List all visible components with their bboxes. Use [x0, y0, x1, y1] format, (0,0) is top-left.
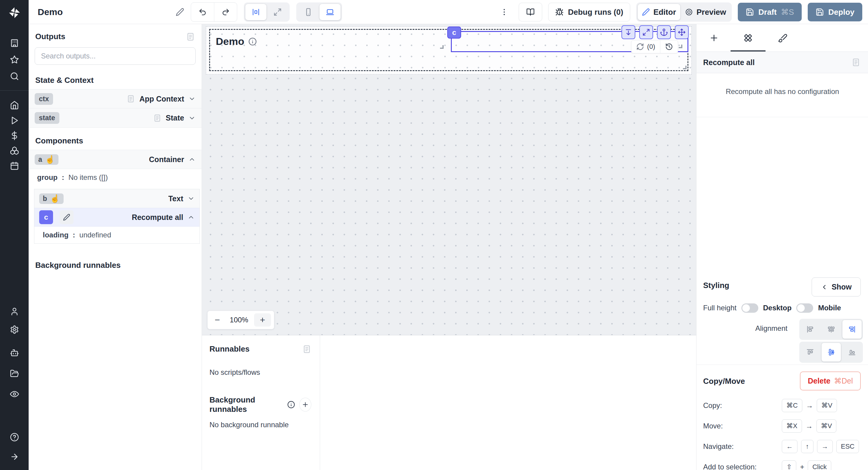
navigate-shortcut-row: Navigate: ← ↑ → ESC — [703, 438, 863, 455]
chevron-up-icon[interactable] — [187, 214, 195, 221]
add-background-runnable-button[interactable] — [299, 398, 311, 412]
desktop-view-button[interactable] — [319, 4, 341, 20]
component-b-badge[interactable]: b ☝ — [39, 193, 64, 204]
debug-runs-button[interactable]: Debug runs (0) — [548, 3, 630, 21]
theme-tab[interactable] — [765, 24, 800, 52]
mobile-label: Mobile — [818, 304, 841, 312]
move-component-button[interactable] — [675, 25, 689, 39]
arrow-down-from-line-icon — [624, 28, 632, 36]
users-icon[interactable] — [0, 304, 29, 319]
desktop-toggle[interactable] — [796, 303, 813, 313]
component-c-badge[interactable]: c — [39, 210, 53, 224]
runnables-panel: Runnables No scripts/flows Background ru… — [202, 335, 696, 470]
folders-icon[interactable] — [0, 366, 29, 381]
component-c-tab[interactable]: c — [447, 27, 461, 38]
history-button[interactable] — [660, 40, 678, 53]
component-a-badge[interactable]: a ☝ — [35, 154, 59, 165]
laptop-icon — [326, 8, 334, 16]
device-toggle-group — [296, 2, 342, 22]
component-c-row[interactable]: c Recompute all — [34, 208, 199, 226]
zoom-out-button[interactable]: − — [211, 313, 224, 326]
fill-height-button[interactable] — [621, 25, 635, 39]
windmill-logo[interactable] — [0, 0, 29, 25]
refresh-status[interactable]: (0) — [631, 40, 660, 53]
favorites-icon[interactable] — [0, 52, 29, 67]
full-width-layout-button[interactable] — [267, 4, 288, 20]
book-icon — [526, 8, 535, 16]
insert-component-tab[interactable] — [696, 24, 732, 52]
refresh-icon — [636, 43, 644, 51]
workspace-icon[interactable] — [0, 35, 29, 51]
info-icon[interactable] — [287, 401, 295, 409]
full-height-toggle[interactable] — [741, 303, 758, 313]
format-json-icon[interactable] — [186, 32, 195, 41]
edit-component-pencil-icon[interactable] — [60, 210, 73, 224]
align-bottom-button[interactable] — [842, 343, 862, 362]
state-type-label: State — [166, 114, 184, 122]
align-top-button[interactable] — [801, 343, 820, 362]
editor-tab[interactable]: Editor — [638, 4, 680, 20]
alignment-label: Alignment — [755, 324, 787, 333]
component-b-row[interactable]: b ☝ Text — [34, 189, 199, 208]
schedules-icon[interactable] — [0, 158, 29, 174]
collapse-sidebar-icon[interactable] — [0, 449, 29, 465]
align-middle-button[interactable] — [822, 343, 841, 362]
search-outputs-input[interactable] — [35, 47, 195, 65]
redo-button[interactable] — [214, 3, 237, 21]
kebab-menu-icon[interactable] — [500, 8, 508, 16]
chevron-down-icon[interactable] — [188, 115, 195, 122]
topbar-center-tools — [176, 0, 342, 24]
state-context-title: State & Context — [29, 67, 202, 89]
search-icon[interactable] — [0, 68, 29, 84]
anchor-component-button[interactable] — [657, 25, 671, 39]
component-settings-tab[interactable] — [731, 24, 766, 52]
chevron-down-icon[interactable] — [188, 95, 195, 102]
expand-component-button[interactable] — [639, 25, 653, 39]
component-a-row[interactable]: a ☝ Container — [29, 150, 202, 169]
mobile-view-button[interactable] — [298, 4, 319, 20]
resize-handle[interactable] — [679, 44, 682, 48]
state-output-row[interactable]: state State — [29, 108, 202, 128]
draft-label: Draft — [758, 7, 777, 17]
canvas-viewport[interactable]: Demo c (0) − 100% + — [202, 24, 696, 470]
draft-button[interactable]: Draft ⌘S — [738, 3, 802, 21]
history-icon — [665, 43, 673, 51]
delete-component-button[interactable]: Delete ⌘Del — [800, 372, 861, 390]
info-icon[interactable] — [248, 37, 257, 46]
resize-handle[interactable] — [440, 45, 444, 49]
kbd-key: ⌘V — [817, 399, 837, 412]
zoom-in-button[interactable]: + — [254, 313, 271, 326]
workers-icon[interactable] — [0, 345, 29, 361]
align-right-button[interactable] — [842, 320, 862, 339]
plus-glyph: + — [800, 463, 804, 470]
editor-preview-toggle: Editor Preview — [636, 2, 732, 22]
align-center-horizontal-button[interactable] — [822, 320, 841, 339]
align-left-button[interactable] — [801, 320, 820, 339]
loading-property-row[interactable]: loading : undefined — [34, 226, 199, 244]
edit-title-pencil-icon[interactable] — [176, 8, 184, 16]
resize-handle[interactable] — [683, 66, 687, 69]
docs-button[interactable] — [519, 3, 542, 21]
centered-layout-button[interactable] — [245, 4, 267, 20]
variables-icon[interactable] — [0, 128, 29, 144]
group-property-row[interactable]: group : No items ([]) — [29, 169, 202, 186]
runs-icon[interactable] — [0, 113, 29, 128]
ctx-output-row[interactable]: ctx App Context — [29, 89, 202, 108]
resources-icon[interactable] — [0, 143, 29, 158]
undo-button[interactable] — [191, 3, 214, 21]
format-icon[interactable] — [302, 345, 311, 354]
chevron-up-icon[interactable] — [188, 156, 195, 163]
show-styling-button[interactable]: Show — [812, 278, 861, 296]
home-icon[interactable] — [0, 97, 29, 113]
component-header-title: Recompute all — [703, 58, 755, 67]
canvas-app-title[interactable]: Demo — [216, 36, 257, 47]
chevron-down-icon[interactable] — [187, 195, 195, 202]
settings-icon[interactable] — [0, 322, 29, 338]
help-icon[interactable] — [0, 429, 29, 445]
preview-tab[interactable]: Preview — [681, 4, 730, 20]
deploy-button[interactable]: Deploy — [808, 3, 862, 21]
kbd-key: ← — [782, 440, 798, 453]
audit-logs-icon[interactable] — [0, 386, 29, 402]
doc-icon — [153, 114, 161, 122]
format-icon[interactable] — [851, 58, 861, 67]
